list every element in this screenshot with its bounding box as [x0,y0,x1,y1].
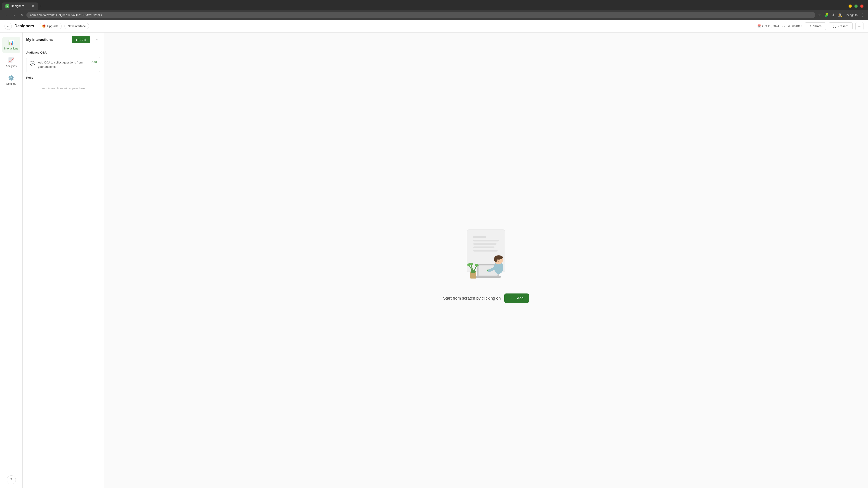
qa-icon: 💬 [30,61,35,66]
qa-description: Add Q&A to collect questions from your a… [38,61,83,68]
extensions-icon[interactable]: 🧩 [823,12,830,18]
interactions-icon: 📊 [8,40,14,46]
sidebar-item-interactions[interactable]: 📊 Interactions [2,37,20,53]
svg-point-13 [494,257,497,262]
cta-row: Start from scratch by clicking on + + Ad… [443,293,529,303]
cta-add-button[interactable]: + + Add [504,293,529,303]
app-body: 📊 Interactions 📈 Analytics ⚙️ Settings ?… [0,33,868,488]
interactions-label: Interactions [4,47,18,50]
minimize-button[interactable] [848,4,852,8]
present-icon: ⛶ [833,24,836,28]
polls-section: Polls Your interactions will appear here [23,76,104,98]
add-label: + Add [78,38,86,41]
tab-favicon: S [5,4,9,8]
collapse-icon: « [95,37,98,42]
panel-title: My interactions [26,38,69,42]
incognito-label: Incognito [845,12,859,18]
collapse-panel-button[interactable]: « [93,36,100,43]
more-options-button[interactable]: ··· [855,22,864,30]
audience-qa-title: Audience Q&A [26,51,100,54]
sidebar-item-settings[interactable]: ⚙️ Settings [2,72,20,88]
download-icon[interactable]: ⬇ [831,12,836,18]
forward-nav-button[interactable]: → [11,12,17,18]
new-tab-button[interactable]: + [38,2,44,10]
interactions-panel: My interactions + + Add « Audience Q&A 💬… [23,33,104,488]
app-header: ← Designers 🎁 Upgrade New interface 📅 Oc… [0,20,868,33]
new-interface-label: New interface [68,24,86,28]
share-icon: ↗ [809,24,812,28]
back-button[interactable]: ← [4,23,12,30]
bookmark-icon[interactable]: ☆ [817,12,822,18]
sidebar-item-analytics[interactable]: 📈 Analytics [2,55,20,70]
svg-rect-4 [473,247,494,248]
hash-symbol: # [788,24,790,28]
tab-close-button[interactable]: ✕ [32,4,34,8]
svg-rect-1 [473,236,486,238]
present-button[interactable]: ⛶ Present [829,22,852,30]
add-interaction-button[interactable]: + + Add [72,36,90,43]
help-icon: ? [10,478,12,482]
date-text: Oct 11, 2024 [762,24,779,28]
shield-icon: 🛡 [782,24,785,28]
empty-state-illustration [454,221,518,285]
upgrade-button[interactable]: 🎁 Upgrade [39,23,62,29]
app-title: Designers [14,24,34,29]
calendar-icon: 📅 [757,24,761,28]
reload-button[interactable]: ↻ [19,12,25,18]
upgrade-icon: 🎁 [42,24,46,28]
svg-rect-9 [475,276,501,278]
code-value: 8664816 [791,24,802,28]
address-bar[interactable] [26,12,815,18]
panel-header: My interactions + + Add « [23,33,104,47]
polls-title: Polls [26,76,100,79]
event-code: # 8664816 [788,24,802,28]
svg-point-15 [500,260,500,260]
help-button[interactable]: ? [7,475,16,484]
analytics-icon: 📈 [8,57,14,63]
qa-card: 💬 Add Q&A to collect questions from your… [26,57,100,72]
new-interface-button[interactable]: New interface [64,23,89,29]
add-icon: + [76,38,78,41]
cta-add-icon: + [510,296,512,300]
incognito-icon: 🕵 [837,12,843,18]
svg-point-14 [497,260,498,260]
svg-rect-3 [473,243,497,245]
audience-qa-section: Audience Q&A 💬 Add Q&A to collect questi… [23,47,104,76]
svg-rect-5 [473,250,498,252]
cta-add-label: + Add [514,296,524,300]
sidebar: 📊 Interactions 📈 Analytics ⚙️ Settings ? [0,33,23,488]
qa-content: Add Q&A to collect questions from your a… [38,60,89,69]
present-label: Present [837,24,848,28]
more-icon: ··· [858,24,861,28]
svg-rect-2 [473,240,499,241]
settings-label: Settings [6,82,16,86]
settings-icon: ⚙️ [8,75,14,81]
analytics-label: Analytics [6,65,17,68]
menu-icon[interactable]: ⋮ [860,12,865,18]
event-date: 📅 Oct 11, 2024 [757,24,779,28]
qa-add-link[interactable]: Add [92,60,97,64]
main-content: Start from scratch by clicking on + + Ad… [104,33,868,488]
close-button[interactable] [860,4,864,8]
browser-tab[interactable]: S Designers ✕ [2,2,38,10]
back-nav-button[interactable]: ← [3,12,9,18]
upgrade-label: Upgrade [47,24,58,28]
share-button[interactable]: ↗ Share [805,22,826,30]
tab-title: Designers [11,4,24,8]
polls-empty-message: Your interactions will appear here [26,82,100,94]
cta-text: Start from scratch by clicking on [443,296,501,301]
share-label: Share [813,24,822,28]
maximize-button[interactable] [855,4,858,8]
